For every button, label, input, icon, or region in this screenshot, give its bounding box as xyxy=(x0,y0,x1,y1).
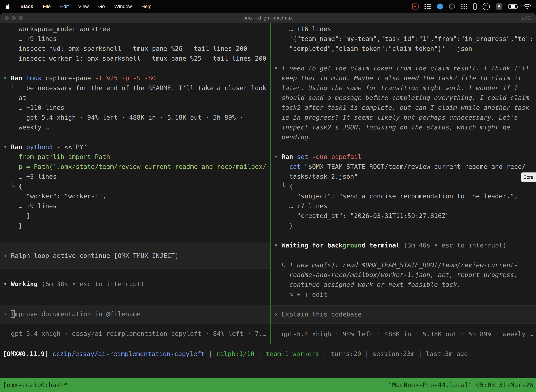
tmux-status-bar: [omx-cczip0:bash* "MacBook-Pro-44.local"… xyxy=(0,378,536,392)
window-title-bar[interactable]: omx --xhigh --madmax ⌥⌘1 xyxy=(0,13,536,23)
tmux-host-and-time: "MacBook-Pro-44.local" 05:03 31-Mar-26 xyxy=(388,381,533,388)
right-pane-status-line: gpt-5.4 xhigh · 94% left · 488K in · 5.1… xyxy=(274,329,536,339)
menu-bar: Slack File Edit View Go Window Help 61 A xyxy=(0,0,536,13)
battery-fill xyxy=(511,5,515,8)
apple-menu-icon[interactable] xyxy=(5,4,11,9)
input-source-icon[interactable]: A xyxy=(496,3,502,10)
tmux-panes: workspace_mode: worktree … +9 lines insp… xyxy=(0,23,536,344)
new-message-note: ↳ 1 new msg(s): read $OMX_TEAM_STATE_ROO… xyxy=(274,260,536,299)
tmux-session-name: [omx-cczip0:bash* xyxy=(3,381,67,388)
menu-go[interactable]: Go xyxy=(98,4,105,9)
menu-window[interactable]: Window xyxy=(114,4,132,9)
ralph-loop-banner: › Ralph loop active continue [OMX_TMUX_I… xyxy=(0,243,270,269)
left-pane[interactable]: workspace_mode: worktree … +9 lines insp… xyxy=(0,23,270,344)
omx-session-status-line: [OMX#0.11.9] cczip/essay/ai-reimplementa… xyxy=(0,349,536,359)
keyboard-grid-icon[interactable] xyxy=(425,4,431,9)
right-ran-cat-block: • Ran set -euo pipefail cat "$OMX_TEAM_S… xyxy=(274,152,536,231)
waiting-status: • Waiting for background terminal (3m 46… xyxy=(274,240,536,250)
wifi-icon[interactable] xyxy=(523,4,531,9)
right-prompt-input[interactable]: › Explain this codebase xyxy=(271,305,536,324)
left-scrollback-config: workspace_mode: worktree … +9 lines insp… xyxy=(3,24,270,63)
left-ran-python-block: • Ran python3 - <<'PY' from pathlib impo… xyxy=(3,142,270,231)
menu-help[interactable]: Help xyxy=(141,4,152,9)
menu-view[interactable]: View xyxy=(78,4,89,9)
working-status: • Working (6m 38s • esc to interrupt) xyxy=(3,279,270,289)
screen-share-tooltip: Scre xyxy=(521,173,536,182)
app-status-dark-icon[interactable] xyxy=(449,4,455,9)
display-mirroring-icon[interactable] xyxy=(473,3,477,10)
dots-grid-icon[interactable] xyxy=(461,4,467,9)
battery-percent-value: 61 xyxy=(485,5,488,8)
left-prompt-input[interactable]: › Improve documentation in @filename xyxy=(0,305,270,323)
terminal-window: omx --xhigh --madmax ⌥⌘1 workspace_mode:… xyxy=(0,13,536,392)
battery-percent-ring-icon[interactable]: 61 xyxy=(483,3,490,10)
terminal-empty-area xyxy=(0,359,536,378)
battery-icon[interactable] xyxy=(508,4,517,9)
window-title: omx --xhigh --madmax xyxy=(0,15,536,21)
left-ran-tmux-block: • Ran tmux capture-pane -t %25 -p -S -80… xyxy=(3,73,270,132)
app-status-blue-icon[interactable] xyxy=(437,4,443,9)
right-json-output: … +16 lines '{"team_name":"my-team","tas… xyxy=(274,24,536,54)
right-thinking-block: • I need to get the claim token from the… xyxy=(274,63,536,142)
menu-file[interactable]: File xyxy=(43,4,51,9)
right-pane[interactable]: … +16 lines '{"team_name":"my-team","tas… xyxy=(271,23,536,344)
menu-edit[interactable]: Edit xyxy=(60,4,69,9)
status-separator-line xyxy=(0,344,536,344)
screen-recording-indicator-icon[interactable] xyxy=(412,4,419,9)
left-pane-status-line: gpt-5.4 xhigh · essay/ai-reimplementatio… xyxy=(3,329,270,339)
window-shortcut-hint: ⌥⌘1 xyxy=(520,15,532,21)
terminal-content: workspace_mode: worktree … +9 lines insp… xyxy=(0,23,536,392)
active-app-name[interactable]: Slack xyxy=(20,4,33,9)
